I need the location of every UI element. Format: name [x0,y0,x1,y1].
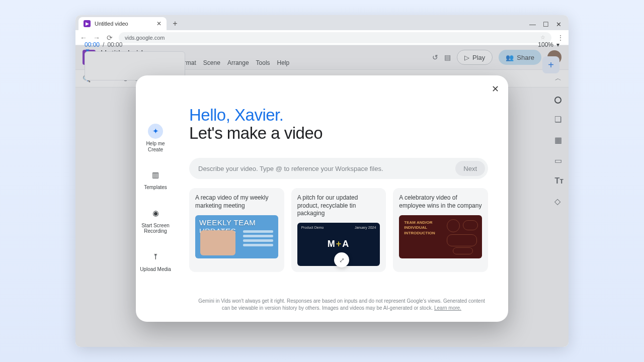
url-text: vids.google.com [125,35,165,41]
expand-icon[interactable]: ⤢ [334,252,349,267]
prompt-input-row: Describe your video. Type @ to reference… [189,158,488,179]
window-controls: — ☐ ✕ [529,21,561,28]
text-rail-icon[interactable]: Tт [554,176,564,186]
browser-menu-icon[interactable]: ⋮ [556,34,565,42]
zoom-chevron-icon[interactable]: ▾ [556,41,559,48]
timeline: 00:00 / 00:00 100% ▾ ▼ + [85,41,559,80]
shapes-rail-icon[interactable]: ◇ [554,197,564,206]
disclaimer-text: Gemini in Vids won't always get it right… [195,298,488,312]
close-window-icon[interactable]: ✕ [556,21,561,28]
vids-favicon: ▶ [84,20,91,27]
stock-rail-icon[interactable]: ❏ [554,115,564,124]
sidebar-screen-recording[interactable]: ◉ Start Screen Recording [139,206,172,234]
suggestion-card-celebrate[interactable]: A celebratory video of employee wins in … [393,188,488,272]
forward-icon[interactable]: → [93,34,101,42]
sidebar-upload-media[interactable]: ⤒ Upload Media [139,249,172,273]
bookmark-icon[interactable]: ☆ [540,34,545,41]
sidebar-help-me-create[interactable]: ✦ Help me Create [139,124,172,152]
thumb-weekly-updates: WEEKLY TEAM UPDATES [195,215,278,258]
zoom-level[interactable]: 100% [538,41,553,48]
learn-more-link[interactable]: Learn more. [434,305,461,311]
sparkle-icon: ✦ [148,124,163,139]
help-me-create-modal: ✕ ✦ Help me Create ▥ Templates ◉ Start S… [136,75,508,322]
browser-window: ▶ Untitled video ✕ + — ☐ ✕ ← → ⟳ vids.go… [75,15,569,347]
thumb-team-intro: TEAM AND/OR INDIVIDUAL INTRODUCTION [399,215,482,258]
browser-tab[interactable]: ▶ Untitled video ✕ [78,17,167,30]
reload-icon[interactable]: ⟳ [106,34,114,42]
new-tab-button[interactable]: + [170,18,181,29]
tab-close-icon[interactable]: ✕ [156,20,162,27]
greeting-text: Hello, Xavier. [189,106,488,125]
back-icon[interactable]: ← [79,34,88,42]
tab-strip: ▶ Untitled video ✕ + — ☐ ✕ [75,15,569,30]
modal-sidebar: ✦ Help me Create ▥ Templates ◉ Start Scr… [136,75,175,322]
maximize-icon[interactable]: ☐ [543,21,549,28]
add-scene-button[interactable]: + [542,56,559,73]
record-icon: ◉ [148,206,163,221]
tab-title: Untitled video [95,21,152,27]
suggestion-card-recap[interactable]: A recap video of my weekly marketing mee… [189,188,284,272]
modal-main: Hello, Xavier. Let's make a video Descri… [175,75,508,322]
prompt-input[interactable]: Describe your video. Type @ to reference… [198,165,455,172]
templates-icon: ▥ [148,167,163,183]
subtitle-text: Let's make a video [189,124,488,143]
record-rail-icon[interactable] [554,97,561,104]
minimize-icon[interactable]: — [529,21,536,28]
folder-rail-icon[interactable]: ▭ [554,156,564,165]
next-button[interactable]: Next [455,161,485,176]
right-rail: ❏ ▦ ▭ Tт ◇ [554,97,564,206]
time-total: 00:00 [107,41,122,48]
image-rail-icon[interactable]: ▦ [554,135,564,145]
sidebar-templates[interactable]: ▥ Templates [139,167,172,191]
upload-icon: ⤒ [148,249,163,264]
